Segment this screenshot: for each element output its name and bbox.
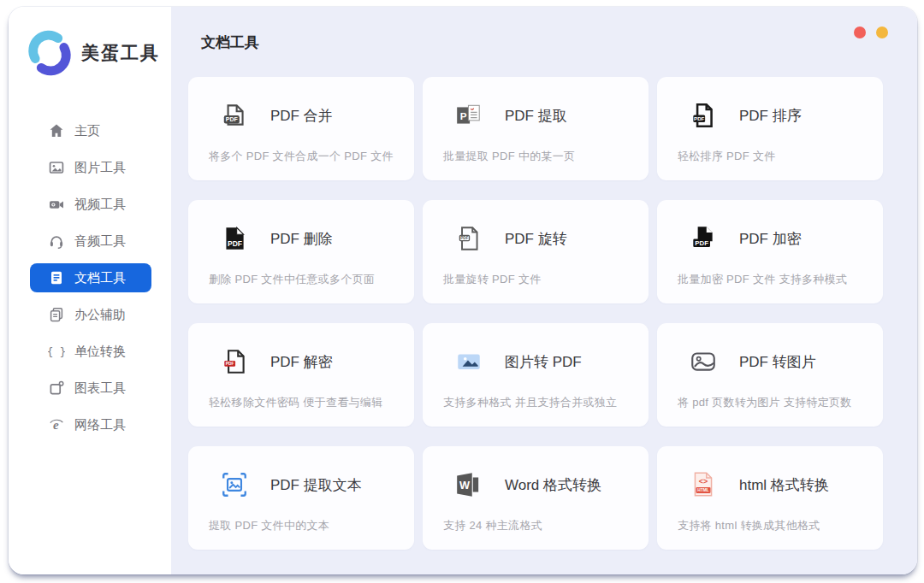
tool-card-pdf-extract-text[interactable]: PDF 提取文本 提取 PDF 文件中的文本 (188, 446, 414, 550)
tool-card-description: 将多个 PDF 文件合成一个 PDF 文件 (209, 149, 397, 164)
tool-card-pdf-encrypt[interactable]: PDF PDF 加密 批量加密 PDF 文件 支持多种模式 (657, 200, 883, 303)
svg-text:{ }: { } (48, 345, 65, 358)
svg-text:P: P (460, 110, 467, 121)
office-assist-icon (48, 306, 65, 323)
tool-card-description: 批量旋转 PDF 文件 (443, 272, 631, 287)
tool-card-description: 删除 PDF 文件中任意或多个页面 (209, 272, 397, 287)
tool-card-pdf-merge[interactable]: PDF PDF 合并 将多个 PDF 文件合成一个 PDF 文件 (188, 77, 414, 180)
pdf-sort-icon: PDF (688, 100, 719, 131)
tool-card-title: Word 格式转换 (505, 475, 601, 495)
sidebar-item-chart-tools[interactable]: 图表工具 (30, 374, 151, 403)
word-convert-icon: W (453, 469, 484, 500)
tool-card-title: html 格式转换 (739, 475, 829, 495)
pdf-merge-icon: PDF (219, 100, 250, 131)
red-dot[interactable] (854, 26, 866, 38)
window-controls (854, 26, 888, 38)
tool-card-description: 轻松移除文件密码 便于查看与编辑 (209, 395, 397, 410)
swirl-logo-icon (26, 29, 74, 77)
svg-text:PDF: PDF (226, 116, 239, 122)
pdf-to-image-icon (688, 346, 719, 377)
tool-card-title: PDF 旋转 (505, 229, 567, 249)
sidebar-item-label: 文档工具 (74, 270, 126, 286)
sidebar-item-label: 图片工具 (74, 160, 126, 176)
tool-card-description: 批量提取 PDF 中的某一页 (443, 149, 631, 164)
pdf-decrypt-icon: PDF (219, 346, 250, 377)
pdf-delete-icon: PDF (219, 223, 250, 254)
sidebar: 美蛋工具 主页 图片工具 视频工具 音频工具 文档工具 办公辅助 { } (9, 7, 171, 574)
sidebar-item-image-tools[interactable]: 图片工具 (30, 153, 151, 182)
home-icon (48, 122, 65, 139)
svg-text:PDF: PDF (460, 236, 468, 240)
html-convert-icon: <>HTML (688, 469, 719, 500)
svg-text:PDF: PDF (228, 239, 242, 248)
sidebar-item-audio-tools[interactable]: 音频工具 (30, 227, 151, 256)
unit-convert-icon: { } (48, 343, 65, 360)
sidebar-item-label: 图表工具 (74, 380, 126, 397)
svg-text:HTML: HTML (697, 488, 709, 492)
sidebar-item-label: 音频工具 (74, 233, 126, 250)
app-window: 美蛋工具 主页 图片工具 视频工具 音频工具 文档工具 办公辅助 { } (9, 7, 917, 574)
sidebar-item-unit-convert[interactable]: { } 单位转换 (30, 337, 151, 366)
svg-text:<>: <> (699, 477, 708, 486)
sidebar-item-label: 视频工具 (74, 197, 126, 213)
sidebar-nav: 主页 图片工具 视频工具 音频工具 文档工具 办公辅助 { } 单位转换 (9, 116, 171, 439)
pdf-rotate-icon: PDF (453, 223, 484, 254)
sidebar-item-office-assist[interactable]: 办公辅助 (30, 300, 151, 329)
tool-card-title: 图片转 PDF (505, 352, 582, 372)
tool-card-pdf-extract[interactable]: P PDF 提取 批量提取 PDF 中的某一页 (423, 77, 649, 180)
image-to-pdf-icon (453, 346, 484, 377)
tool-card-title: PDF 排序 (739, 106, 802, 126)
tool-card-title: PDF 解密 (270, 352, 333, 372)
tool-card-pdf-to-image[interactable]: PDF 转图片 将 pdf 页数转为图片 支持特定页数 (657, 323, 883, 427)
sidebar-item-home[interactable]: 主页 (30, 116, 151, 145)
tool-card-title: PDF 转图片 (739, 352, 816, 372)
tool-card-description: 支持将 html 转换成其他格式 (678, 518, 866, 533)
network-tools-icon: e (48, 416, 65, 433)
app-logo: 美蛋工具 (9, 7, 171, 77)
tool-card-description: 将 pdf 页数转为图片 支持特定页数 (678, 395, 866, 410)
sidebar-item-label: 主页 (74, 123, 100, 139)
chart-tools-icon (48, 380, 65, 397)
document-tools-icon (48, 269, 65, 286)
tool-card-description: 提取 PDF 文件中的文本 (209, 518, 397, 533)
audio-tools-icon (48, 233, 65, 250)
svg-text:PDF: PDF (694, 115, 705, 121)
tool-card-grid: PDF PDF 合并 将多个 PDF 文件合成一个 PDF 文件 P PDF 提… (188, 77, 883, 550)
main-panel: 文档工具 PDF PDF 合并 将多个 PDF 文件合成一个 PDF 文件 P … (171, 7, 917, 574)
pdf-encrypt-icon: PDF (688, 223, 719, 254)
tool-card-pdf-delete[interactable]: PDF PDF 删除 删除 PDF 文件中任意或多个页面 (188, 200, 414, 303)
sidebar-item-label: 网络工具 (74, 417, 126, 433)
app-title: 美蛋工具 (81, 41, 160, 65)
tool-card-description: 支持 24 种主流格式 (443, 518, 631, 533)
pdf-extract-icon: P (453, 100, 484, 131)
tool-card-pdf-rotate[interactable]: PDF PDF 旋转 批量旋转 PDF 文件 (423, 200, 649, 303)
tool-card-pdf-decrypt[interactable]: PDF PDF 解密 轻松移除文件密码 便于查看与编辑 (188, 323, 414, 427)
tool-card-title: PDF 提取 (505, 106, 567, 126)
svg-text:W: W (459, 479, 471, 492)
tool-card-html-convert[interactable]: <>HTML html 格式转换 支持将 html 转换成其他格式 (657, 446, 883, 550)
tool-card-title: PDF 提取文本 (270, 475, 362, 495)
svg-text:PDF: PDF (695, 239, 708, 247)
image-tools-icon (48, 159, 65, 176)
sidebar-item-network-tools[interactable]: e 网络工具 (30, 410, 151, 439)
svg-text:PDF: PDF (226, 362, 234, 366)
tool-card-image-to-pdf[interactable]: 图片转 PDF 支持多种格式 并且支持合并或独立 (423, 323, 649, 427)
sidebar-item-video-tools[interactable]: 视频工具 (30, 190, 151, 219)
sidebar-item-document-tools[interactable]: 文档工具 (30, 263, 151, 292)
tool-card-pdf-sort[interactable]: PDF PDF 排序 轻松排序 PDF 文件 (657, 77, 883, 180)
sidebar-item-label: 办公辅助 (74, 307, 126, 323)
sidebar-item-label: 单位转换 (74, 344, 126, 360)
tool-card-title: PDF 加密 (739, 229, 802, 249)
video-tools-icon (48, 196, 65, 213)
yellow-dot[interactable] (876, 26, 888, 38)
page-title: 文档工具 (201, 32, 883, 52)
tool-card-title: PDF 合并 (270, 106, 333, 126)
tool-card-description: 轻松排序 PDF 文件 (678, 149, 866, 164)
tool-card-description: 批量加密 PDF 文件 支持多种模式 (678, 272, 866, 287)
tool-card-description: 支持多种格式 并且支持合并或独立 (443, 395, 631, 410)
tool-card-title: PDF 删除 (270, 229, 333, 249)
tool-card-word-convert[interactable]: W Word 格式转换 支持 24 种主流格式 (423, 446, 649, 550)
pdf-extract-text-icon (219, 469, 250, 500)
